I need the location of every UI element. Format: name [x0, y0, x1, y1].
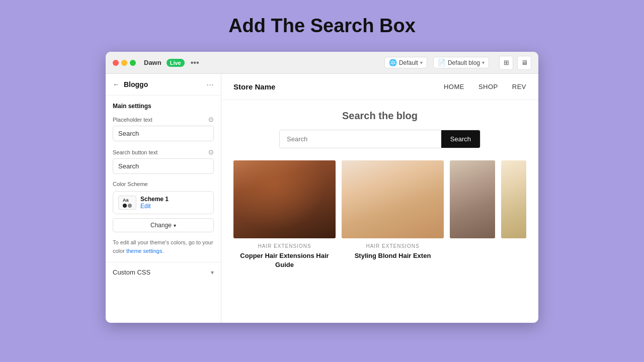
blog-card-1-image — [233, 160, 336, 238]
browser-center-controls: 🌐 Default ▾ 📄 Default blog ▾ — [384, 57, 489, 68]
main-settings-label: Main settings — [113, 103, 214, 110]
theme-settings-link[interactable]: theme settings. — [126, 248, 164, 254]
sidebar-section-title: Bloggo — [124, 80, 202, 88]
document-icon: 📄 — [438, 59, 446, 66]
help-text: To edit all your theme's colors, go to y… — [113, 238, 214, 255]
blog-card-1-title: Copper Hair Extensions Hair Guide — [233, 251, 336, 269]
blog-card-2-image — [342, 160, 444, 238]
placeholder-text-label-row: Placeholder text ⊙ — [113, 116, 214, 123]
minimize-window-btn[interactable] — [121, 60, 127, 66]
nav-links: HOME SHOP REV — [444, 83, 526, 90]
change-scheme-label: Change — [150, 222, 172, 229]
chevron-down-icon-3: ▾ — [174, 223, 176, 228]
blog-search-button[interactable]: Search — [441, 130, 480, 148]
blog-card-4-image-wrapper — [501, 160, 526, 238]
blog-card-4 — [501, 160, 526, 269]
store-navigation: Store Name HOME SHOP REV — [221, 74, 538, 100]
nav-link-home[interactable]: HOME — [444, 83, 464, 90]
placeholder-text-label: Placeholder text — [113, 117, 152, 123]
store-preview: Store Name HOME SHOP REV Search the blog… — [221, 74, 538, 323]
live-badge: Live — [167, 59, 185, 67]
main-settings-section: Main settings Placeholder text ⊙ Search … — [106, 96, 221, 255]
nav-link-rev[interactable]: REV — [512, 83, 526, 90]
globe-icon: 🌐 — [389, 59, 397, 66]
nav-link-shop[interactable]: SHOP — [478, 83, 498, 90]
sidebar-menu-icon[interactable]: ⋯ — [206, 80, 214, 89]
reset-icon-2[interactable]: ⊙ — [208, 148, 214, 156]
color-scheme-card: Aa Scheme 1 Edit — [113, 191, 214, 214]
blog-search-title: Search the blog — [233, 110, 526, 122]
language-selector-label: Default — [399, 59, 418, 66]
blog-card-2-title: Styling Blond Hair Exten — [342, 251, 444, 260]
blog-content-area: Search the blog Search HAIR EXTENSIONS C… — [221, 100, 538, 323]
blog-search-input[interactable] — [280, 130, 441, 148]
placeholder-text-input[interactable] — [113, 126, 214, 141]
blog-card-3-image — [450, 160, 495, 238]
settings-sidebar: ← Bloggo ⋯ Main settings Placeholder tex… — [106, 74, 221, 323]
custom-css-row[interactable]: Custom CSS ▾ — [106, 262, 221, 282]
blog-card-1: HAIR EXTENSIONS Copper Hair Extensions H… — [233, 160, 336, 269]
scheme-info: Scheme 1 Edit — [140, 196, 208, 210]
color-scheme-label: Color Scheme — [113, 181, 214, 187]
change-scheme-button[interactable]: Change ▾ — [113, 218, 214, 232]
blog-search-bar: Search — [279, 130, 480, 148]
blog-card-1-category: HAIR EXTENSIONS — [233, 243, 336, 249]
blog-selector[interactable]: 📄 Default blog ▾ — [433, 57, 489, 68]
blog-card-2-image-wrapper — [342, 160, 444, 238]
browser-window: Dawn Live ••• 🌐 Default ▾ 📄 Default blog… — [106, 52, 538, 323]
custom-css-chevron: ▾ — [211, 269, 214, 276]
browser-window-controls — [113, 60, 136, 66]
blog-card-4-image — [501, 160, 526, 238]
browser-top-bar: Dawn Live ••• 🌐 Default ▾ 📄 Default blog… — [106, 52, 538, 74]
reset-icon[interactable]: ⊙ — [208, 116, 214, 123]
blog-card-3-image-wrapper — [450, 160, 495, 238]
scheme-edit-link[interactable]: Edit — [140, 203, 208, 210]
blog-cards-container: HAIR EXTENSIONS Copper Hair Extensions H… — [233, 160, 526, 269]
preview-toggle-btn[interactable]: ⊞ — [499, 56, 513, 70]
search-button-text-label-row: Search button text ⊙ — [113, 148, 214, 156]
blog-card-2-category: HAIR EXTENSIONS — [342, 243, 444, 249]
back-button[interactable]: ← — [113, 80, 120, 88]
blog-card-2: HAIR EXTENSIONS Styling Blond Hair Exten — [342, 160, 444, 269]
blog-card-1-image-wrapper — [233, 160, 336, 238]
search-button-text-input[interactable] — [113, 158, 214, 174]
chevron-down-icon-2: ▾ — [482, 60, 485, 65]
close-window-btn[interactable] — [113, 60, 119, 66]
page-title: Add The Search Box — [228, 15, 416, 37]
browser-right-controls: ⊞ 🖥 — [499, 56, 531, 70]
scheme-preview-thumbnail: Aa — [118, 196, 136, 210]
custom-css-label: Custom CSS — [113, 268, 150, 276]
sidebar-header: ← Bloggo ⋯ — [106, 74, 221, 96]
blog-selector-label: Default blog — [448, 59, 480, 66]
theme-name: Dawn — [144, 59, 162, 66]
blog-card-3 — [450, 160, 495, 269]
scheme-name: Scheme 1 — [140, 196, 208, 203]
store-name: Store Name — [233, 82, 275, 91]
search-button-text-label: Search button text — [113, 149, 157, 155]
main-content: ← Bloggo ⋯ Main settings Placeholder tex… — [106, 74, 538, 323]
mobile-preview-btn[interactable]: 🖥 — [517, 56, 531, 70]
more-options-icon[interactable]: ••• — [191, 58, 199, 67]
chevron-down-icon: ▾ — [420, 60, 423, 65]
language-selector[interactable]: 🌐 Default ▾ — [384, 57, 427, 68]
maximize-window-btn[interactable] — [130, 60, 136, 66]
